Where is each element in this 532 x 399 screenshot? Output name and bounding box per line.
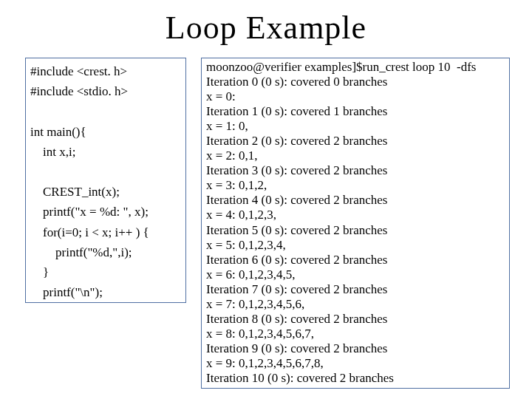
source-code-box: #include <crest. h> #include <stdio. h> … [25,58,186,303]
slide-title: Loop Example [0,9,532,47]
slide: Loop Example #include <crest. h> #includ… [0,0,532,399]
program-output-box: moonzoo@verifier examples]$run_crest loo… [201,58,510,389]
